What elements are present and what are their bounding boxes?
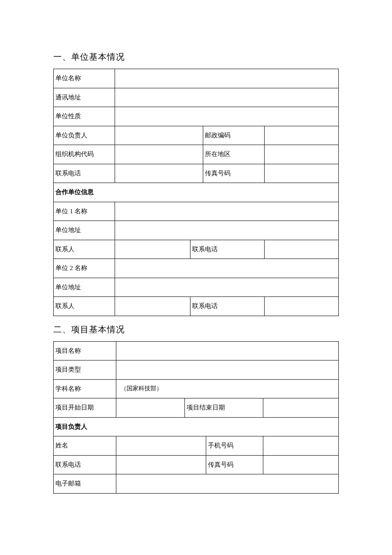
label-lead-phone: 联系电话 [54,455,116,474]
value-subject-note: （国家科技部） [116,379,339,398]
value-unit-name[interactable] [115,69,338,88]
value-fax[interactable] [265,164,339,183]
value-lead-name[interactable] [116,436,206,456]
value-lead-phone[interactable] [116,455,206,474]
table-row: 联系电话 传真号码 [54,164,339,183]
value-start-date[interactable] [116,398,185,418]
label-fax: 传真号码 [203,164,265,183]
value-lead-mobile[interactable] [263,436,338,456]
value-org-code[interactable] [115,145,203,164]
label-coop2-addr: 单位地址 [54,278,115,297]
label-coop1-phone: 联系电话 [190,240,265,259]
value-coop2-phone[interactable] [265,297,339,316]
section-1-title: 一、单位基本情况 [53,51,339,63]
value-proj-name[interactable] [116,341,339,360]
value-lead-fax[interactable] [263,455,338,474]
label-unit-head: 单位负责人 [54,126,115,145]
value-proj-type[interactable] [116,360,339,380]
table-row: 组织机构代码 所在地区 [54,145,339,164]
section-2-title: 二、项目基本情况 [53,324,339,335]
label-coop2-name: 单位 2 名称 [54,259,115,278]
table-row: 单位名称 [54,69,339,88]
table-row: 通讯地址 [54,88,339,107]
label-start-date: 项目开始日期 [54,398,116,418]
table-row: 联系人 联系电话 [54,297,339,316]
value-unit-type[interactable] [115,107,338,126]
label-coop2-contact: 联系人 [54,297,115,316]
table-project-basic: 项目名称 项目类型 学科名称 （国家科技部） 项目开始日期 项目结束日期 项目负… [53,341,339,494]
value-coop1-name[interactable] [115,202,338,221]
table-row: 单位 2 名称 [54,259,339,278]
label-coop1-name: 单位 1 名称 [54,202,115,221]
table-row: 联系电话 传真号码 [54,455,339,474]
label-lead-mobile: 手机号码 [206,436,263,456]
label-coop1-addr: 单位地址 [54,221,115,240]
value-region[interactable] [265,145,339,164]
heading-lead: 项目负责人 [54,417,339,436]
table-unit-basic: 单位名称 通讯地址 单位性质 单位负责人 邮政编码 组织机构代码 所在地区 联系… [53,69,339,316]
label-proj-name: 项目名称 [54,341,116,360]
label-unit-type: 单位性质 [54,107,115,126]
table-row: 单位 1 名称 [54,202,339,221]
table-row: 合作单位信息 [54,183,339,202]
table-row: 项目类型 [54,360,339,380]
label-lead-email: 电子邮箱 [54,474,116,494]
value-address[interactable] [115,88,338,107]
table-row: 单位地址 [54,221,339,240]
label-address: 通讯地址 [54,88,115,107]
label-lead-name: 姓名 [54,436,116,456]
value-coop2-name[interactable] [115,259,338,278]
table-row: 项目开始日期 项目结束日期 [54,398,339,418]
value-coop1-contact[interactable] [115,240,190,259]
label-phone: 联系电话 [54,164,115,183]
label-unit-name: 单位名称 [54,69,115,88]
label-coop1-contact: 联系人 [54,240,115,259]
label-postal: 邮政编码 [203,126,265,145]
value-unit-head[interactable] [115,126,203,145]
value-end-date[interactable] [263,398,338,418]
label-end-date: 项目结束日期 [184,398,263,418]
label-lead-fax: 传真号码 [206,455,263,474]
label-region: 所在地区 [203,145,265,164]
value-coop2-contact[interactable] [115,297,190,316]
value-phone[interactable] [115,164,203,183]
value-coop1-phone[interactable] [265,240,339,259]
table-row: 单位性质 [54,107,339,126]
label-org-code: 组织机构代码 [54,145,115,164]
table-row: 姓名 手机号码 [54,436,339,456]
table-row: 联系人 联系电话 [54,240,339,259]
table-row: 项目负责人 [54,417,339,436]
value-lead-email[interactable] [116,474,339,494]
label-subject: 学科名称 [54,379,116,398]
table-row: 单位负责人 邮政编码 [54,126,339,145]
value-postal[interactable] [265,126,339,145]
table-row: 学科名称 （国家科技部） [54,379,339,398]
value-coop2-addr[interactable] [115,278,338,297]
value-coop1-addr[interactable] [115,221,338,240]
heading-coop: 合作单位信息 [54,183,339,202]
table-row: 项目名称 [54,341,339,360]
label-coop2-phone: 联系电话 [190,297,265,316]
table-row: 电子邮箱 [54,474,339,494]
label-proj-type: 项目类型 [54,360,116,380]
table-row: 单位地址 [54,278,339,297]
